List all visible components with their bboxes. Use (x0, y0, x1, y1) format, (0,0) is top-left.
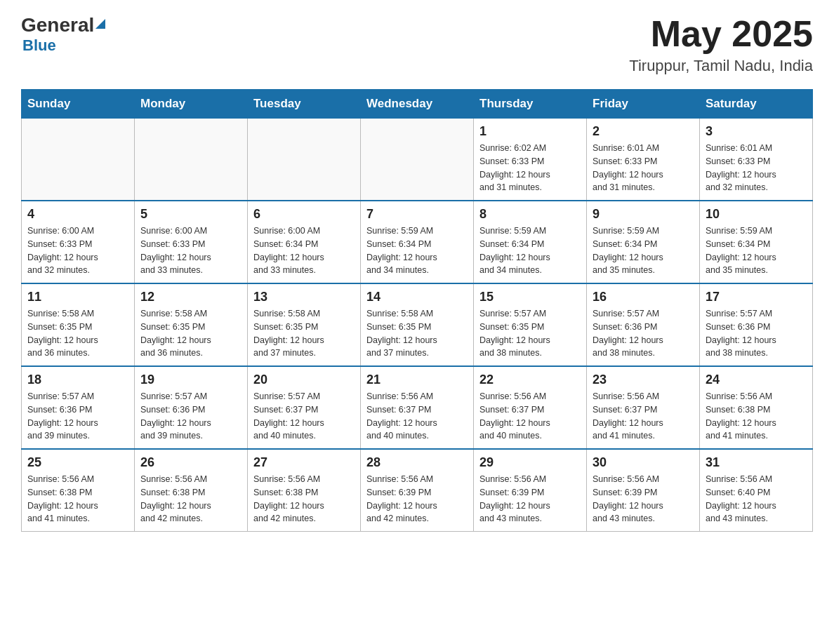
calendar-week-row: 1Sunrise: 6:02 AMSunset: 6:33 PMDaylight… (22, 119, 813, 201)
logo-triangle-icon (95, 19, 105, 29)
day-number: 22 (479, 373, 581, 387)
day-info: Sunrise: 5:56 AMSunset: 6:37 PMDaylight:… (593, 390, 694, 443)
day-of-week-header: Friday (587, 90, 700, 119)
day-number: 19 (140, 373, 241, 387)
day-number: 26 (140, 455, 241, 470)
calendar-day-cell: 28Sunrise: 5:56 AMSunset: 6:39 PMDayligh… (361, 449, 474, 532)
calendar-day-cell: 1Sunrise: 6:02 AMSunset: 6:33 PMDaylight… (474, 119, 587, 201)
location-title: Tiruppur, Tamil Nadu, India (629, 57, 813, 75)
day-info: Sunrise: 5:56 AMSunset: 6:39 PMDaylight:… (479, 473, 581, 525)
day-number: 28 (366, 455, 468, 470)
day-of-week-header: Thursday (474, 90, 587, 119)
day-number: 2 (593, 124, 694, 139)
calendar-day-cell: 16Sunrise: 5:57 AMSunset: 6:36 PMDayligh… (587, 283, 700, 366)
calendar-day-cell: 3Sunrise: 6:01 AMSunset: 6:33 PMDaylight… (700, 119, 813, 201)
day-number: 20 (253, 373, 355, 387)
day-number: 12 (140, 290, 241, 304)
day-info: Sunrise: 5:56 AMSunset: 6:40 PMDaylight:… (706, 473, 807, 525)
day-info: Sunrise: 5:57 AMSunset: 6:36 PMDaylight:… (27, 390, 128, 443)
day-number: 30 (593, 455, 694, 470)
calendar-day-cell: 26Sunrise: 5:56 AMSunset: 6:38 PMDayligh… (135, 449, 248, 532)
day-info: Sunrise: 5:56 AMSunset: 6:38 PMDaylight:… (253, 473, 355, 525)
day-of-week-header: Saturday (700, 90, 813, 119)
calendar-table: SundayMondayTuesdayWednesdayThursdayFrid… (21, 89, 813, 532)
day-number: 18 (27, 373, 128, 387)
calendar-day-cell: 31Sunrise: 5:56 AMSunset: 6:40 PMDayligh… (700, 449, 813, 532)
page-header: General Blue May 2025 Tiruppur, Tamil Na… (21, 14, 813, 75)
day-number: 27 (253, 455, 355, 470)
day-number: 15 (479, 290, 581, 304)
day-number: 13 (253, 290, 355, 304)
calendar-day-cell: 14Sunrise: 5:58 AMSunset: 6:35 PMDayligh… (361, 283, 474, 366)
day-info: Sunrise: 5:57 AMSunset: 6:36 PMDaylight:… (140, 390, 241, 443)
day-number: 4 (27, 207, 128, 222)
calendar-day-cell: 6Sunrise: 6:00 AMSunset: 6:34 PMDaylight… (248, 201, 361, 283)
day-info: Sunrise: 5:59 AMSunset: 6:34 PMDaylight:… (593, 224, 694, 277)
day-info: Sunrise: 5:58 AMSunset: 6:35 PMDaylight:… (27, 307, 128, 360)
calendar-day-cell: 21Sunrise: 5:56 AMSunset: 6:37 PMDayligh… (361, 366, 474, 449)
day-number: 7 (366, 207, 468, 222)
calendar-day-cell: 27Sunrise: 5:56 AMSunset: 6:38 PMDayligh… (248, 449, 361, 532)
day-number: 8 (479, 207, 581, 222)
calendar-day-cell: 10Sunrise: 5:59 AMSunset: 6:34 PMDayligh… (700, 201, 813, 283)
calendar-day-cell: 2Sunrise: 6:01 AMSunset: 6:33 PMDaylight… (587, 119, 700, 201)
calendar-day-cell: 20Sunrise: 5:57 AMSunset: 6:37 PMDayligh… (248, 366, 361, 449)
day-info: Sunrise: 6:01 AMSunset: 6:33 PMDaylight:… (706, 142, 807, 194)
day-number: 16 (593, 290, 694, 304)
day-info: Sunrise: 5:56 AMSunset: 6:39 PMDaylight:… (366, 473, 468, 525)
calendar-day-cell (135, 119, 248, 201)
day-number: 25 (27, 455, 128, 470)
calendar-day-cell: 9Sunrise: 5:59 AMSunset: 6:34 PMDaylight… (587, 201, 700, 283)
day-info: Sunrise: 5:56 AMSunset: 6:37 PMDaylight:… (366, 390, 468, 443)
calendar-day-cell (22, 119, 135, 201)
calendar-day-cell: 18Sunrise: 5:57 AMSunset: 6:36 PMDayligh… (22, 366, 135, 449)
day-info: Sunrise: 5:56 AMSunset: 6:38 PMDaylight:… (27, 473, 128, 525)
day-number: 5 (140, 207, 241, 222)
calendar-day-cell: 25Sunrise: 5:56 AMSunset: 6:38 PMDayligh… (22, 449, 135, 532)
day-of-week-header: Sunday (22, 90, 135, 119)
day-info: Sunrise: 5:57 AMSunset: 6:35 PMDaylight:… (479, 307, 581, 360)
day-number: 9 (593, 207, 694, 222)
day-number: 6 (253, 207, 355, 222)
day-number: 10 (706, 207, 807, 222)
day-info: Sunrise: 6:01 AMSunset: 6:33 PMDaylight:… (593, 142, 694, 194)
day-info: Sunrise: 5:59 AMSunset: 6:34 PMDaylight:… (479, 224, 581, 277)
logo-general: General (21, 14, 94, 36)
calendar-day-cell: 22Sunrise: 5:56 AMSunset: 6:37 PMDayligh… (474, 366, 587, 449)
calendar-week-row: 25Sunrise: 5:56 AMSunset: 6:38 PMDayligh… (22, 449, 813, 532)
calendar-day-cell: 23Sunrise: 5:56 AMSunset: 6:37 PMDayligh… (587, 366, 700, 449)
calendar-day-cell: 15Sunrise: 5:57 AMSunset: 6:35 PMDayligh… (474, 283, 587, 366)
day-number: 24 (706, 373, 807, 387)
calendar-week-row: 18Sunrise: 5:57 AMSunset: 6:36 PMDayligh… (22, 366, 813, 449)
title-section: May 2025 Tiruppur, Tamil Nadu, India (629, 14, 813, 75)
calendar-day-cell: 4Sunrise: 6:00 AMSunset: 6:33 PMDaylight… (22, 201, 135, 283)
day-number: 3 (706, 124, 807, 139)
day-info: Sunrise: 5:57 AMSunset: 6:36 PMDaylight:… (593, 307, 694, 360)
day-info: Sunrise: 6:00 AMSunset: 6:34 PMDaylight:… (253, 224, 355, 277)
logo-blue: Blue (22, 36, 105, 55)
calendar-week-row: 11Sunrise: 5:58 AMSunset: 6:35 PMDayligh… (22, 283, 813, 366)
day-number: 31 (706, 455, 807, 470)
calendar-header-row: SundayMondayTuesdayWednesdayThursdayFrid… (22, 90, 813, 119)
day-info: Sunrise: 6:00 AMSunset: 6:33 PMDaylight:… (140, 224, 241, 277)
calendar-day-cell: 11Sunrise: 5:58 AMSunset: 6:35 PMDayligh… (22, 283, 135, 366)
day-of-week-header: Tuesday (248, 90, 361, 119)
calendar-day-cell: 17Sunrise: 5:57 AMSunset: 6:36 PMDayligh… (700, 283, 813, 366)
calendar-day-cell: 7Sunrise: 5:59 AMSunset: 6:34 PMDaylight… (361, 201, 474, 283)
day-number: 23 (593, 373, 694, 387)
calendar-day-cell: 12Sunrise: 5:58 AMSunset: 6:35 PMDayligh… (135, 283, 248, 366)
day-number: 29 (479, 455, 581, 470)
calendar-day-cell: 5Sunrise: 6:00 AMSunset: 6:33 PMDaylight… (135, 201, 248, 283)
day-info: Sunrise: 5:56 AMSunset: 6:37 PMDaylight:… (479, 390, 581, 443)
day-info: Sunrise: 5:56 AMSunset: 6:38 PMDaylight:… (140, 473, 241, 525)
calendar-day-cell (248, 119, 361, 201)
day-info: Sunrise: 5:56 AMSunset: 6:38 PMDaylight:… (706, 390, 807, 443)
calendar-day-cell: 30Sunrise: 5:56 AMSunset: 6:39 PMDayligh… (587, 449, 700, 532)
calendar-day-cell: 19Sunrise: 5:57 AMSunset: 6:36 PMDayligh… (135, 366, 248, 449)
day-number: 14 (366, 290, 468, 304)
day-info: Sunrise: 5:56 AMSunset: 6:39 PMDaylight:… (593, 473, 694, 525)
day-info: Sunrise: 5:58 AMSunset: 6:35 PMDaylight:… (140, 307, 241, 360)
month-title: May 2025 (629, 14, 813, 54)
calendar-day-cell (361, 119, 474, 201)
day-info: Sunrise: 5:57 AMSunset: 6:36 PMDaylight:… (706, 307, 807, 360)
